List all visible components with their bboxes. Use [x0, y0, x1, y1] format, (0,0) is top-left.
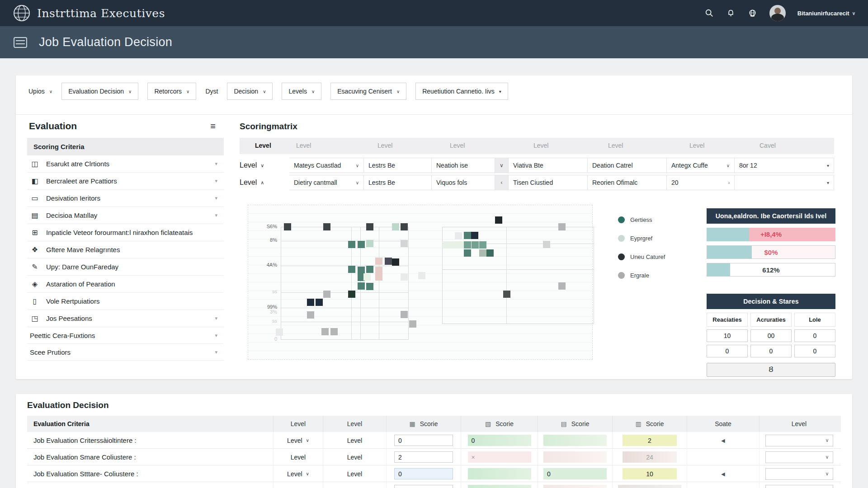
- score-cell[interactable]: 10: [623, 468, 677, 479]
- stats-value-cell[interactable]: 0: [794, 345, 835, 357]
- score-cell[interactable]: 0: [543, 468, 607, 479]
- sidebar-item[interactable]: ⊞Inpaticle Veteor forourmant:l niraxhon …: [27, 224, 224, 241]
- level-select[interactable]: ∨: [765, 435, 833, 446]
- stats-value-cell[interactable]: 10: [707, 329, 748, 342]
- matrix-cell[interactable]: 8or 12▾: [735, 158, 834, 173]
- matrix-row-label-text: Level: [240, 161, 257, 169]
- matrix-cell[interactable]: Viativa Bte: [509, 158, 588, 173]
- level-cell[interactable]: Level: [274, 449, 323, 465]
- matrix-row-label[interactable]: Level∨: [240, 158, 289, 173]
- score-cell[interactable]: 2: [623, 435, 677, 446]
- score-cell[interactable]: 0: [468, 435, 531, 446]
- score-input[interactable]: 10: [394, 485, 453, 488]
- scoringmatrix-title: Scoringmatrix: [240, 122, 297, 131]
- score-cell[interactable]: ×: [468, 451, 531, 463]
- sidebar-item[interactable]: ❖Gftere Mave Relagrıntes: [27, 241, 224, 258]
- matrix-header-cell: Level: [377, 142, 392, 149]
- sidebar-item[interactable]: ✎Upy: Darre OunFareday: [27, 258, 224, 276]
- stats-value-cell[interactable]: 0: [794, 329, 835, 342]
- avatar[interactable]: [769, 5, 786, 21]
- matrix-header-cell: Level: [533, 142, 548, 149]
- sidebar-item[interactable]: Peettic Cera-Fuxtions▾: [27, 327, 224, 344]
- score-cell[interactable]: [618, 485, 681, 488]
- level-select[interactable]: ∨: [765, 485, 833, 488]
- rows-icon[interactable]: [14, 37, 27, 48]
- toolbar-item-levels[interactable]: Levels∨: [282, 83, 321, 100]
- matrix-cell[interactable]: Tisen Ciustied: [509, 175, 588, 190]
- score-input[interactable]: 2: [394, 451, 453, 463]
- chart-gridline: [443, 269, 594, 270]
- level-select[interactable]: ∨: [765, 468, 833, 480]
- toolbar-item-esacuving-cenisert[interactable]: Esacuving Cenisert∨: [330, 83, 406, 100]
- stats-value-cell[interactable]: 00: [750, 329, 792, 342]
- legend-item[interactable]: Gertiess: [618, 216, 665, 223]
- matrix-cell[interactable]: Lestrs Be: [364, 175, 432, 190]
- level-cell: Level: [323, 449, 387, 465]
- score-cell[interactable]: [543, 485, 607, 488]
- matrix-cell[interactable]: Lestrs Be: [364, 158, 432, 173]
- chart-gridline: [281, 266, 408, 266]
- matrix-cell[interactable]: Mateys Cuastlad∨: [289, 158, 364, 173]
- level-cell[interactable]: Level∨: [274, 465, 323, 482]
- score-cell[interactable]: [543, 451, 607, 463]
- sidebar-item[interactable]: ▤Decisioa Matıllay▾: [27, 207, 224, 224]
- legend-item[interactable]: Ergrale: [618, 272, 665, 279]
- matrix-cell[interactable]: 20›: [667, 175, 735, 190]
- matrix-cell-text: Viativa Bte: [513, 162, 543, 169]
- score-input[interactable]: 0: [394, 468, 453, 479]
- score-cell[interactable]: 24: [623, 451, 677, 463]
- sidebar-item[interactable]: ▯Vole Rertpuiatiors: [27, 293, 224, 310]
- toolbar-item-upios[interactable]: Upios∨: [28, 88, 52, 95]
- toolbar-item-retorcors[interactable]: Retorcors∨: [147, 83, 196, 100]
- y-axis-label: S6%: [259, 224, 277, 229]
- menu-icon[interactable]: ≡: [210, 121, 216, 131]
- score-cell[interactable]: [468, 468, 531, 479]
- matrix-cell-chevron[interactable]: ∨: [495, 158, 509, 173]
- matrix-header-cell: Cavel: [760, 142, 776, 149]
- stats-action-button[interactable]: Ȣ: [707, 363, 835, 377]
- columns-icon: ◫: [30, 160, 40, 168]
- level-cell[interactable]: Level∨: [274, 432, 323, 449]
- matrix-cell[interactable]: Reorien Ofimalc: [588, 175, 667, 190]
- heatmap-cell: [472, 241, 479, 249]
- user-menu[interactable]: Bitaniunirfucarecit ∨: [797, 10, 855, 17]
- toolbar-item-evaluation-decision[interactable]: Evaluation Decision∨: [61, 83, 138, 100]
- level-cell[interactable]: Level: [274, 482, 323, 488]
- stats-column-header: Lole: [794, 313, 835, 327]
- matrix-cell[interactable]: Antegx Cuffe∨: [667, 158, 735, 173]
- sidebar-item[interactable]: Scee Prutiors▾: [27, 344, 224, 361]
- score-cell[interactable]: [543, 435, 607, 446]
- score-input[interactable]: 0: [394, 435, 453, 446]
- bottom-header-label: Scorie: [495, 420, 514, 427]
- matrix-cell-chevron[interactable]: ‹: [495, 175, 509, 190]
- sidebar-item[interactable]: ◫Esarukt atre Clrtionts▾: [27, 155, 224, 173]
- sidebar-item[interactable]: ◧Bercraleet are Pcattiors▾: [27, 173, 224, 190]
- toolbar-item-decision[interactable]: Decision∨: [227, 83, 273, 100]
- heatmap-cell: [401, 240, 408, 247]
- matrix-cell[interactable]: Deation Catrel: [588, 158, 667, 173]
- matrix-cell[interactable]: Dietiry cantmall∨: [289, 175, 364, 190]
- heatmap-cell: [375, 273, 382, 281]
- sidebar-item[interactable]: ◳Jos Peesations▾: [27, 310, 224, 327]
- legend-item[interactable]: Uneu Caturef: [618, 253, 665, 260]
- globe-icon[interactable]: [748, 8, 758, 18]
- heatmap-cell: [558, 223, 566, 230]
- matrix-cell[interactable]: Neatioh ise: [432, 158, 495, 173]
- matrix-row-label[interactable]: Level∧: [240, 175, 289, 190]
- search-icon[interactable]: [704, 8, 714, 18]
- matrix-cell-text: Deation Catrel: [592, 162, 633, 169]
- sidebar-item[interactable]: ◈Astaration of Pearation: [27, 276, 224, 293]
- stats-value-cell[interactable]: 0: [707, 345, 748, 357]
- level-select[interactable]: ∨: [765, 451, 833, 463]
- table-row: Job Evaluation Jevecemavüxtions.LevelLev…: [27, 482, 841, 488]
- toolbar-item-dyst[interactable]: Dyst: [205, 88, 218, 95]
- bell-icon[interactable]: [726, 8, 736, 18]
- sidebar-item-label: Decisioa Matıllay: [46, 211, 97, 219]
- matrix-cell[interactable]: Viquos fols: [432, 175, 495, 190]
- sidebar-item[interactable]: ▭Desivation Ieritors▾: [27, 190, 224, 207]
- legend-item[interactable]: Eyprgref: [618, 235, 665, 242]
- toolbar-item-reuetiution-cannetio-iivs[interactable]: Reuetiution Cannetio. Iivs▾: [415, 83, 508, 100]
- stats-value-cell[interactable]: 0: [750, 345, 792, 357]
- score-cell[interactable]: [468, 485, 531, 488]
- matrix-cell[interactable]: ▾: [735, 175, 834, 190]
